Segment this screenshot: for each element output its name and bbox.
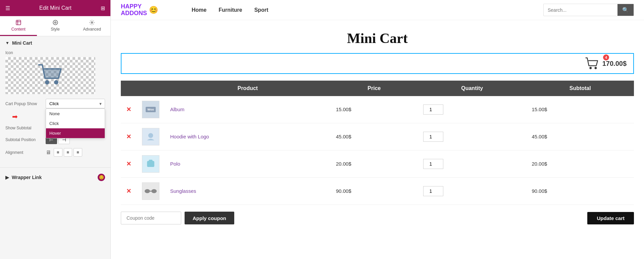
svg-point-3 <box>53 20 58 25</box>
section-arrow[interactable]: ▼ <box>5 41 9 45</box>
cart-popup-show-label: Cart Popup Show <box>5 101 46 106</box>
table-row: ✕ Hoodie with Logo 45.00$ 45.00$ <box>121 123 634 150</box>
product-thumb <box>142 182 159 200</box>
content-area: Mini Cart 4 170.00$ Product Price <box>111 20 644 234</box>
nav-furniture[interactable]: Furniture <box>218 7 242 13</box>
logo: HAPPY ADDONS 😊 <box>121 3 158 17</box>
product-name: Hoodie with Logo <box>170 134 209 139</box>
cart-popup-show-select[interactable]: None Click Hover <box>46 99 105 109</box>
red-arrow-icon: ➡ <box>12 113 18 121</box>
content-icon <box>15 19 21 26</box>
cart-amount: 170.00$ <box>602 60 627 68</box>
navbar: HAPPY ADDONS 😊 Home Furniture Sport 🔍 <box>111 0 644 20</box>
align-right-btn[interactable]: ≡ <box>73 148 82 157</box>
product-subtotal: 90.00$ <box>532 188 547 194</box>
tab-style[interactable]: Style <box>37 16 74 36</box>
cart-icon <box>585 57 599 70</box>
cart-preview-icon <box>37 62 64 89</box>
cart-icon-wrapper: 4 170.00$ <box>585 57 627 70</box>
update-cart-button[interactable]: Update cart <box>587 212 634 224</box>
panel-title: Edit Mini Cart <box>39 5 71 11</box>
svg-point-7 <box>54 80 58 85</box>
wrapper-link-icon: 😊 <box>98 174 105 181</box>
svg-point-10 <box>148 133 153 138</box>
svg-point-15 <box>151 189 157 193</box>
alignment-label: Alignment <box>5 150 46 155</box>
search-button[interactable]: 🔍 <box>617 4 634 16</box>
style-icon <box>52 19 58 26</box>
wrapper-link-row[interactable]: ▶ Wrapper Link 😊 <box>0 170 110 184</box>
quantity-input[interactable] <box>423 159 443 169</box>
quantity-input[interactable] <box>423 186 443 196</box>
product-name: Sunglasses <box>170 188 196 194</box>
svg-point-5 <box>91 22 93 24</box>
remove-button[interactable]: ✕ <box>126 187 131 195</box>
dropdown-item-hover[interactable]: Hover <box>46 128 105 138</box>
page-title: Mini Cart <box>121 30 634 46</box>
th-quantity: Quantity <box>418 81 527 96</box>
alignment-row: Alignment 🖥 ≡ ≡ ≡ <box>5 148 105 157</box>
table-row: ✕ Woo Album 15.00$ 15.00$ <box>121 96 634 123</box>
align-left-btn[interactable]: ≡ <box>54 148 62 157</box>
product-subtotal: 45.00$ <box>532 134 547 139</box>
svg-point-8 <box>589 67 592 69</box>
svg-point-6 <box>45 80 49 85</box>
product-price: 15.00$ <box>336 106 351 112</box>
cart-header-bar: 4 170.00$ <box>121 53 634 74</box>
svg-point-4 <box>54 22 56 24</box>
product-thumb: Woo <box>142 101 159 118</box>
icon-label: Icon <box>5 50 105 55</box>
remove-button[interactable]: ✕ <box>126 106 131 113</box>
show-subtotal-label: Show Subtotal <box>5 126 46 130</box>
quantity-input[interactable] <box>423 132 443 142</box>
device-icon: 🖥 <box>46 149 51 156</box>
nav-home[interactable]: Home <box>192 7 206 13</box>
dropdown-item-click[interactable]: Click <box>46 119 105 128</box>
search-bar: 🔍 <box>543 4 634 16</box>
logo-line2: ADDONS <box>121 10 147 17</box>
svg-rect-0 <box>16 20 21 25</box>
product-name: Polo <box>170 161 180 167</box>
th-product: Product <box>165 81 331 96</box>
product-subtotal: 20.00$ <box>532 161 547 167</box>
quantity-input[interactable] <box>423 104 443 115</box>
coupon-input[interactable] <box>121 212 181 224</box>
subtotal-position-label: Subtotal Position <box>5 137 46 142</box>
dropdown-item-none[interactable]: None <box>46 109 105 119</box>
cart-popup-show-row: Cart Popup Show None Click Hover ▼ None … <box>5 99 105 109</box>
table-row: ✕ Polo 20.00$ 20.00$ <box>121 150 634 178</box>
cart-table: Product Price Quantity Subtotal ✕ Woo Al… <box>121 81 634 205</box>
coupon-section: Apply coupon <box>121 212 234 224</box>
product-thumb <box>142 128 159 145</box>
product-name: Album <box>170 106 185 112</box>
table-header-row: Product Price Quantity Subtotal <box>121 81 634 96</box>
cart-badge: 4 <box>603 54 609 60</box>
divider <box>0 167 110 168</box>
remove-button[interactable]: ✕ <box>126 160 131 168</box>
tab-bar: Content Style Advanced <box>0 16 110 36</box>
hamburger-icon[interactable]: ☰ <box>5 5 10 11</box>
table-row: ✕ Sunglasses 90.00$ 90.00$ <box>121 178 634 205</box>
cart-footer: Apply coupon Update cart <box>121 212 634 224</box>
nav-sport[interactable]: Sport <box>254 7 268 13</box>
alignment-options: 🖥 ≡ ≡ ≡ <box>46 148 82 157</box>
product-price: 20.00$ <box>336 161 351 167</box>
svg-rect-12 <box>149 160 153 162</box>
icon-preview <box>5 57 95 94</box>
dropdown-menu: None Click Hover <box>46 109 105 138</box>
wrapper-link-arrow: ▶ <box>5 175 9 180</box>
apply-coupon-button[interactable]: Apply coupon <box>185 212 234 224</box>
product-subtotal: 15.00$ <box>532 106 547 112</box>
product-thumb <box>142 155 159 173</box>
svg-point-13 <box>145 189 150 193</box>
tab-advanced[interactable]: Advanced <box>73 16 110 36</box>
section-header: ▼ Mini Cart <box>5 40 105 46</box>
tab-content[interactable]: Content <box>0 16 37 36</box>
left-panel: ☰ Edit Mini Cart ⊞ Content Style Advance… <box>0 0 111 259</box>
top-bar: ☰ Edit Mini Cart ⊞ <box>0 0 110 16</box>
remove-button[interactable]: ✕ <box>126 133 131 140</box>
product-price: 45.00$ <box>336 134 351 139</box>
align-center-btn[interactable]: ≡ <box>64 148 72 157</box>
grid-icon[interactable]: ⊞ <box>101 5 105 11</box>
search-input[interactable] <box>544 5 617 15</box>
